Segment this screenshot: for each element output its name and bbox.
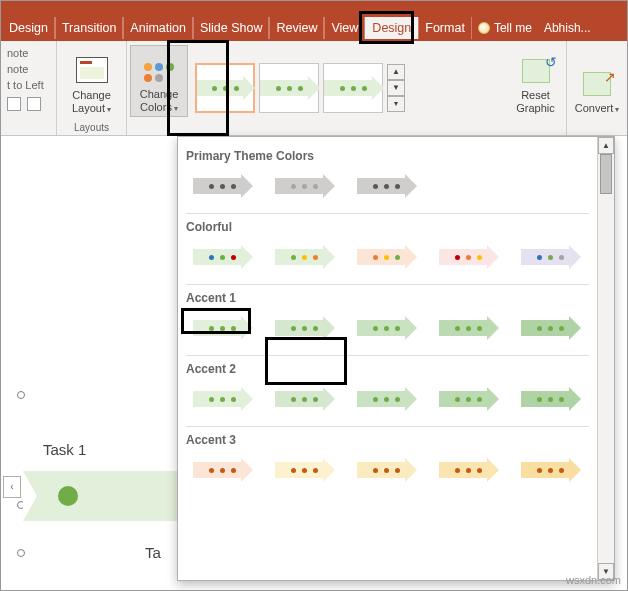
reset-graphic-button[interactable]: Reset Graphic — [507, 45, 565, 117]
color-primary-3[interactable] — [350, 173, 422, 199]
color-accent2-2[interactable] — [268, 386, 340, 412]
section-primary: Primary Theme Colors — [186, 149, 589, 163]
color-accent3-1[interactable] — [186, 457, 258, 483]
convert-group: Convert — [567, 41, 627, 135]
ribbon: note note t to Left Change Layout Layout… — [1, 41, 627, 136]
tab-smartart-design[interactable]: Design — [365, 17, 418, 39]
selection-handle[interactable] — [17, 391, 25, 399]
tab-slideshow[interactable]: Slide Show — [193, 17, 270, 39]
color-accent3-5[interactable] — [514, 457, 586, 483]
bulb-icon — [478, 22, 490, 34]
color-primary-2[interactable] — [268, 173, 340, 199]
gallery-down-icon[interactable]: ▼ — [387, 80, 405, 96]
color-accent2-4[interactable] — [432, 386, 504, 412]
task2-label[interactable]: Ta — [145, 544, 161, 561]
layouts-group: Change Layout Layouts — [57, 41, 127, 135]
color-primary-1[interactable] — [186, 173, 258, 199]
scroll-up-icon[interactable]: ▲ — [598, 137, 614, 154]
change-colors-dropdown: Primary Theme Colors Colorful Accent 1 A… — [177, 136, 615, 581]
watermark: wsxdn.com — [566, 574, 621, 586]
section-accent3: Accent 3 — [186, 433, 589, 447]
colors-icon — [144, 63, 174, 82]
convert-label: Convert — [575, 102, 614, 114]
convert-button[interactable]: Convert — [568, 45, 626, 117]
selection-handle[interactable] — [17, 549, 25, 557]
color-colorful-4[interactable] — [432, 244, 504, 270]
color-colorful-5[interactable] — [514, 244, 586, 270]
section-colorful: Colorful — [186, 220, 589, 234]
smartart-dot[interactable] — [58, 486, 78, 506]
colors-group: Change Colors — [127, 41, 191, 135]
section-accent2: Accent 2 — [186, 362, 589, 376]
color-colorful-2[interactable] — [268, 244, 340, 270]
change-layout-button[interactable]: Change Layout — [63, 45, 121, 117]
text-pane-toggle[interactable]: ‹ — [3, 476, 21, 498]
rtl-label: t to Left — [7, 79, 44, 91]
color-accent1-4[interactable] — [432, 315, 504, 341]
convert-icon — [583, 72, 611, 96]
color-accent2-1[interactable] — [186, 386, 258, 412]
style-thumb-3[interactable] — [323, 63, 383, 113]
gallery-scroll[interactable]: ▲ ▼ ▾ — [387, 64, 405, 112]
tab-format[interactable]: Format — [418, 17, 472, 39]
color-accent2-5[interactable] — [514, 386, 586, 412]
ribbon-tabs: Design Transition Animation Slide Show R… — [1, 15, 627, 41]
tell-me-label: Tell me — [494, 21, 532, 35]
slide-canvas[interactable]: ‹ Task 1 Ta — [3, 291, 173, 581]
color-colorful-3[interactable] — [350, 244, 422, 270]
change-colors-button[interactable]: Change Colors — [130, 45, 188, 117]
move-down-icon[interactable] — [27, 97, 41, 111]
color-accent2-3[interactable] — [350, 386, 422, 412]
notes-line1: note — [7, 47, 28, 59]
task1-label[interactable]: Task 1 — [43, 441, 86, 458]
color-accent1-3[interactable] — [350, 315, 422, 341]
color-accent1-1[interactable] — [186, 315, 258, 341]
reset-graphic-label: Reset Graphic — [507, 89, 565, 115]
section-accent1: Accent 1 — [186, 291, 589, 305]
tab-view[interactable]: View — [324, 17, 365, 39]
style-thumb-1[interactable] — [195, 63, 255, 113]
color-accent3-3[interactable] — [350, 457, 422, 483]
color-colorful-1[interactable] — [186, 244, 258, 270]
tab-transition[interactable]: Transition — [55, 17, 123, 39]
account-name[interactable]: Abhish... — [538, 21, 597, 35]
layouts-group-label: Layouts — [57, 122, 126, 133]
color-accent1-2[interactable] — [268, 315, 340, 341]
gallery-up-icon[interactable]: ▲ — [387, 64, 405, 80]
tab-animation[interactable]: Animation — [123, 17, 193, 39]
dropdown-scrollbar[interactable]: ▲ ▼ — [597, 137, 614, 580]
color-accent3-4[interactable] — [432, 457, 504, 483]
notes-group: note note t to Left — [1, 41, 57, 135]
style-thumb-2[interactable] — [259, 63, 319, 113]
move-up-icon[interactable] — [7, 97, 21, 111]
color-accent3-2[interactable] — [268, 457, 340, 483]
smartart-chevron[interactable] — [23, 471, 183, 521]
tab-design[interactable]: Design — [3, 17, 55, 39]
color-accent1-5[interactable] — [514, 315, 586, 341]
gallery-more-icon[interactable]: ▾ — [387, 96, 405, 112]
notes-line2: note — [7, 63, 28, 75]
scroll-thumb[interactable] — [600, 154, 612, 194]
reset-icon — [522, 59, 550, 83]
smartart-styles-gallery[interactable]: ▲ ▼ ▾ — [191, 41, 505, 135]
tell-me[interactable]: Tell me — [472, 21, 538, 35]
tab-review[interactable]: Review — [269, 17, 324, 39]
layout-icon — [76, 57, 108, 83]
reset-group: Reset Graphic — [505, 41, 567, 135]
